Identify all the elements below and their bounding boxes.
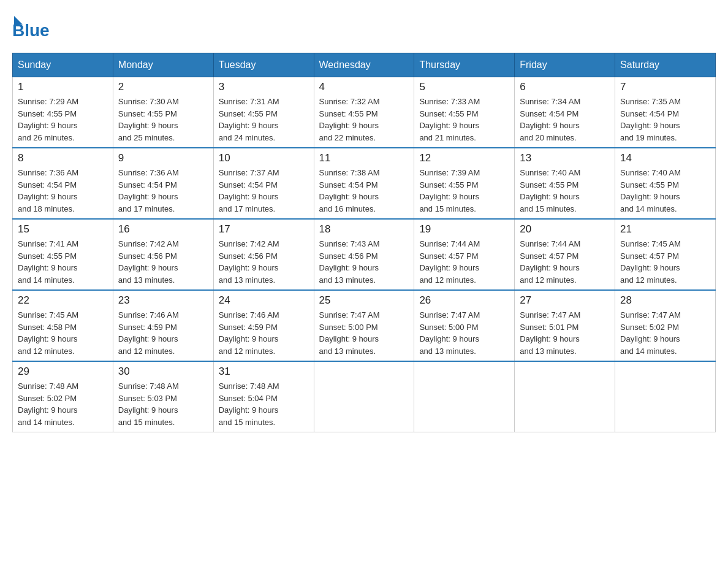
calendar-day-cell: 2Sunrise: 7:30 AMSunset: 4:55 PMDaylight… bbox=[113, 77, 213, 148]
calendar-day-cell: 3Sunrise: 7:31 AMSunset: 4:55 PMDaylight… bbox=[213, 77, 314, 148]
day-info: Sunrise: 7:43 AMSunset: 4:56 PMDaylight:… bbox=[319, 238, 409, 286]
calendar-week-row: 15Sunrise: 7:41 AMSunset: 4:55 PMDayligh… bbox=[13, 219, 716, 290]
day-info: Sunrise: 7:39 AMSunset: 4:55 PMDaylight:… bbox=[419, 167, 509, 215]
day-info: Sunrise: 7:31 AMSunset: 4:55 PMDaylight:… bbox=[219, 96, 309, 144]
calendar-week-row: 1Sunrise: 7:29 AMSunset: 4:55 PMDaylight… bbox=[13, 77, 716, 148]
calendar-day-cell: 25Sunrise: 7:47 AMSunset: 5:00 PMDayligh… bbox=[314, 290, 414, 361]
day-info: Sunrise: 7:36 AMSunset: 4:54 PMDaylight:… bbox=[118, 167, 208, 215]
calendar-day-cell: 21Sunrise: 7:45 AMSunset: 4:57 PMDayligh… bbox=[615, 219, 716, 290]
day-info: Sunrise: 7:40 AMSunset: 4:55 PMDaylight:… bbox=[520, 167, 610, 215]
logo-subtitle: Blue bbox=[12, 21, 50, 40]
day-number: 21 bbox=[620, 223, 710, 236]
calendar-day-cell: 26Sunrise: 7:47 AMSunset: 5:00 PMDayligh… bbox=[414, 290, 515, 361]
day-info: Sunrise: 7:47 AMSunset: 5:00 PMDaylight:… bbox=[319, 309, 409, 357]
day-number: 19 bbox=[419, 223, 509, 236]
day-of-week-header: Sunday bbox=[13, 53, 113, 77]
day-number: 8 bbox=[18, 152, 108, 164]
calendar-day-cell: 18Sunrise: 7:43 AMSunset: 4:56 PMDayligh… bbox=[314, 219, 414, 290]
day-number: 25 bbox=[319, 294, 409, 307]
day-number: 22 bbox=[18, 294, 108, 307]
day-number: 29 bbox=[18, 366, 108, 378]
calendar-day-cell: 24Sunrise: 7:46 AMSunset: 4:59 PMDayligh… bbox=[213, 290, 314, 361]
day-number: 26 bbox=[419, 294, 509, 307]
day-info: Sunrise: 7:45 AMSunset: 4:58 PMDaylight:… bbox=[18, 309, 108, 357]
day-number: 7 bbox=[620, 81, 710, 93]
day-number: 14 bbox=[620, 152, 710, 164]
calendar-day-cell: 28Sunrise: 7:47 AMSunset: 5:02 PMDayligh… bbox=[615, 290, 716, 361]
calendar-day-cell bbox=[414, 361, 515, 432]
day-info: Sunrise: 7:47 AMSunset: 5:01 PMDaylight:… bbox=[520, 309, 610, 357]
day-info: Sunrise: 7:46 AMSunset: 4:59 PMDaylight:… bbox=[219, 309, 309, 357]
calendar-day-cell: 9Sunrise: 7:36 AMSunset: 4:54 PMDaylight… bbox=[113, 148, 213, 219]
calendar-day-cell: 23Sunrise: 7:46 AMSunset: 4:59 PMDayligh… bbox=[113, 290, 213, 361]
calendar-day-cell bbox=[515, 361, 615, 432]
day-info: Sunrise: 7:44 AMSunset: 4:57 PMDaylight:… bbox=[419, 238, 509, 286]
day-info: Sunrise: 7:37 AMSunset: 4:54 PMDaylight:… bbox=[219, 167, 309, 215]
calendar-day-cell: 5Sunrise: 7:33 AMSunset: 4:55 PMDaylight… bbox=[414, 77, 515, 148]
calendar-header-row: SundayMondayTuesdayWednesdayThursdayFrid… bbox=[13, 53, 716, 77]
day-number: 2 bbox=[118, 81, 208, 93]
calendar-day-cell: 7Sunrise: 7:35 AMSunset: 4:54 PMDaylight… bbox=[615, 77, 716, 148]
calendar-day-cell: 4Sunrise: 7:32 AMSunset: 4:55 PMDaylight… bbox=[314, 77, 414, 148]
day-info: Sunrise: 7:48 AMSunset: 5:02 PMDaylight:… bbox=[18, 380, 108, 428]
day-info: Sunrise: 7:41 AMSunset: 4:55 PMDaylight:… bbox=[18, 238, 108, 286]
day-info: Sunrise: 7:38 AMSunset: 4:54 PMDaylight:… bbox=[319, 167, 409, 215]
logo: Blue bbox=[12, 12, 50, 40]
day-info: Sunrise: 7:48 AMSunset: 5:03 PMDaylight:… bbox=[118, 380, 208, 428]
day-number: 6 bbox=[520, 81, 610, 93]
day-number: 18 bbox=[319, 223, 409, 236]
day-number: 13 bbox=[520, 152, 610, 164]
calendar-day-cell: 16Sunrise: 7:42 AMSunset: 4:56 PMDayligh… bbox=[113, 219, 213, 290]
day-number: 27 bbox=[520, 294, 610, 307]
day-info: Sunrise: 7:35 AMSunset: 4:54 PMDaylight:… bbox=[620, 96, 710, 144]
calendar-day-cell: 17Sunrise: 7:42 AMSunset: 4:56 PMDayligh… bbox=[213, 219, 314, 290]
day-info: Sunrise: 7:34 AMSunset: 4:54 PMDaylight:… bbox=[520, 96, 610, 144]
day-number: 15 bbox=[18, 223, 108, 236]
day-number: 17 bbox=[219, 223, 309, 236]
calendar-day-cell: 13Sunrise: 7:40 AMSunset: 4:55 PMDayligh… bbox=[515, 148, 615, 219]
calendar-day-cell: 14Sunrise: 7:40 AMSunset: 4:55 PMDayligh… bbox=[615, 148, 716, 219]
day-number: 1 bbox=[18, 81, 108, 93]
day-info: Sunrise: 7:33 AMSunset: 4:55 PMDaylight:… bbox=[419, 96, 509, 144]
day-info: Sunrise: 7:47 AMSunset: 5:02 PMDaylight:… bbox=[620, 309, 710, 357]
day-of-week-header: Monday bbox=[113, 53, 213, 77]
calendar-day-cell: 6Sunrise: 7:34 AMSunset: 4:54 PMDaylight… bbox=[515, 77, 615, 148]
day-info: Sunrise: 7:32 AMSunset: 4:55 PMDaylight:… bbox=[319, 96, 409, 144]
day-number: 28 bbox=[620, 294, 710, 307]
day-number: 20 bbox=[520, 223, 610, 236]
day-info: Sunrise: 7:48 AMSunset: 5:04 PMDaylight:… bbox=[219, 380, 309, 428]
calendar-day-cell: 11Sunrise: 7:38 AMSunset: 4:54 PMDayligh… bbox=[314, 148, 414, 219]
day-number: 23 bbox=[118, 294, 208, 307]
calendar-table: SundayMondayTuesdayWednesdayThursdayFrid… bbox=[12, 53, 716, 432]
calendar-day-cell: 12Sunrise: 7:39 AMSunset: 4:55 PMDayligh… bbox=[414, 148, 515, 219]
day-info: Sunrise: 7:46 AMSunset: 4:59 PMDaylight:… bbox=[118, 309, 208, 357]
calendar-day-cell: 20Sunrise: 7:44 AMSunset: 4:57 PMDayligh… bbox=[515, 219, 615, 290]
calendar-day-cell bbox=[615, 361, 716, 432]
day-number: 4 bbox=[319, 81, 409, 93]
day-number: 5 bbox=[419, 81, 509, 93]
day-number: 31 bbox=[219, 366, 309, 378]
day-number: 12 bbox=[419, 152, 509, 164]
day-info: Sunrise: 7:45 AMSunset: 4:57 PMDaylight:… bbox=[620, 238, 710, 286]
day-number: 3 bbox=[219, 81, 309, 93]
calendar-day-cell: 10Sunrise: 7:37 AMSunset: 4:54 PMDayligh… bbox=[213, 148, 314, 219]
calendar-day-cell: 1Sunrise: 7:29 AMSunset: 4:55 PMDaylight… bbox=[13, 77, 113, 148]
day-number: 10 bbox=[219, 152, 309, 164]
calendar-week-row: 8Sunrise: 7:36 AMSunset: 4:54 PMDaylight… bbox=[13, 148, 716, 219]
day-of-week-header: Saturday bbox=[615, 53, 716, 77]
day-number: 9 bbox=[118, 152, 208, 164]
day-info: Sunrise: 7:40 AMSunset: 4:55 PMDaylight:… bbox=[620, 167, 710, 215]
calendar-day-cell: 27Sunrise: 7:47 AMSunset: 5:01 PMDayligh… bbox=[515, 290, 615, 361]
day-number: 16 bbox=[118, 223, 208, 236]
day-info: Sunrise: 7:42 AMSunset: 4:56 PMDaylight:… bbox=[219, 238, 309, 286]
calendar-day-cell bbox=[314, 361, 414, 432]
day-number: 30 bbox=[118, 366, 208, 378]
calendar-day-cell: 8Sunrise: 7:36 AMSunset: 4:54 PMDaylight… bbox=[13, 148, 113, 219]
day-number: 11 bbox=[319, 152, 409, 164]
calendar-day-cell: 19Sunrise: 7:44 AMSunset: 4:57 PMDayligh… bbox=[414, 219, 515, 290]
day-of-week-header: Tuesday bbox=[213, 53, 314, 77]
day-of-week-header: Wednesday bbox=[314, 53, 414, 77]
page-header: Blue bbox=[12, 12, 716, 40]
calendar-week-row: 29Sunrise: 7:48 AMSunset: 5:02 PMDayligh… bbox=[13, 361, 716, 432]
day-of-week-header: Thursday bbox=[414, 53, 515, 77]
